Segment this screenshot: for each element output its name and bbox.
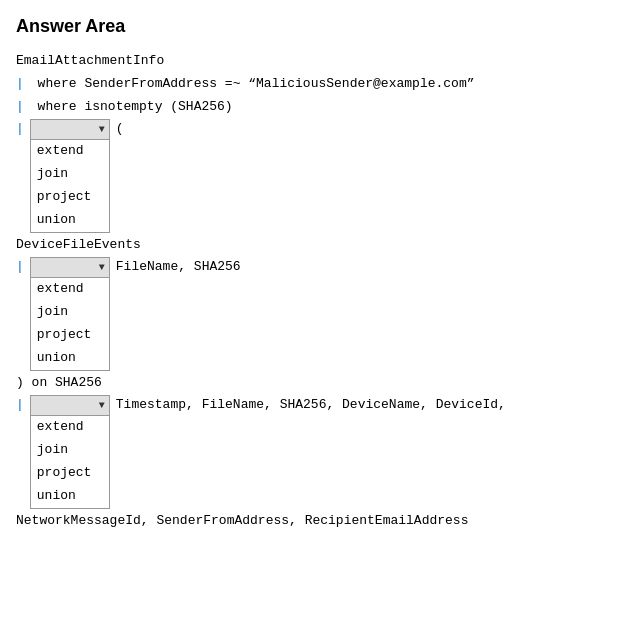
dropdown1-arrow[interactable]: ▼ — [99, 122, 105, 138]
dropdown2-option-union[interactable]: union — [31, 347, 109, 370]
dropdown3-option-join[interactable]: join — [31, 439, 109, 462]
line7-text: ) on SHA256 — [16, 373, 102, 394]
dropdown1-option-project[interactable]: project — [31, 186, 109, 209]
dropdown3-container: ▼ extend join project union — [30, 395, 110, 508]
dropdown2-option-extend[interactable]: extend — [31, 278, 109, 301]
dropdown1-list: extend join project union — [30, 139, 110, 232]
code-block: EmailAttachmentInfo | where SenderFromAd… — [16, 51, 625, 531]
dropdown3-arrow[interactable]: ▼ — [99, 398, 105, 414]
code-line-2: | where SenderFromAddress =~ “MaliciousS… — [16, 74, 625, 95]
line3-text: where isnotempty (SHA256) — [30, 97, 233, 118]
line9-text: NetworkMessageId, SenderFromAddress, Rec… — [16, 511, 468, 532]
code-line-7: ) on SHA256 — [16, 373, 625, 394]
line4-after: ( — [116, 119, 124, 139]
dropdown3-header[interactable]: ▼ — [30, 395, 110, 415]
code-line-8: | ▼ extend join project union Timestamp,… — [16, 395, 625, 508]
dropdown3-option-project[interactable]: project — [31, 462, 109, 485]
dropdown2-list: extend join project union — [30, 277, 110, 370]
dropdown2-option-project[interactable]: project — [31, 324, 109, 347]
dropdown1-header[interactable]: ▼ — [30, 119, 110, 139]
code-line-3: | where isnotempty (SHA256) — [16, 97, 625, 118]
dropdown2-option-join[interactable]: join — [31, 301, 109, 324]
pipe-2: | — [16, 97, 24, 118]
line2-text: where SenderFromAddress =~ “MaliciousSen… — [30, 74, 475, 95]
code-line-9: NetworkMessageId, SenderFromAddress, Rec… — [16, 511, 625, 532]
line5-text: DeviceFileEvents — [16, 235, 141, 256]
pipe-3: | — [16, 119, 24, 139]
dropdown1-option-union[interactable]: union — [31, 209, 109, 232]
dropdown3-option-union[interactable]: union — [31, 485, 109, 508]
dropdown3-option-extend[interactable]: extend — [31, 416, 109, 439]
dropdown1-option-extend[interactable]: extend — [31, 140, 109, 163]
line8-after: Timestamp, FileName, SHA256, DeviceName,… — [116, 395, 506, 415]
dropdown2-container: ▼ extend join project union — [30, 257, 110, 370]
line1-text: EmailAttachmentInfo — [16, 51, 164, 72]
dropdown2-arrow[interactable]: ▼ — [99, 260, 105, 276]
dropdown1-container: ▼ extend join project union — [30, 119, 110, 232]
code-line-6: | ▼ extend join project union FileName, … — [16, 257, 625, 370]
pipe-5: | — [16, 395, 24, 415]
dropdown2-header[interactable]: ▼ — [30, 257, 110, 277]
code-line-1: EmailAttachmentInfo — [16, 51, 625, 72]
pipe-1: | — [16, 74, 24, 95]
dropdown3-list: extend join project union — [30, 415, 110, 508]
pipe-4: | — [16, 257, 24, 277]
page-title: Answer Area — [16, 16, 625, 37]
code-line-5: DeviceFileEvents — [16, 235, 625, 256]
line6-after: FileName, SHA256 — [116, 257, 241, 277]
code-line-4: | ▼ extend join project union ( — [16, 119, 625, 232]
dropdown1-option-join[interactable]: join — [31, 163, 109, 186]
